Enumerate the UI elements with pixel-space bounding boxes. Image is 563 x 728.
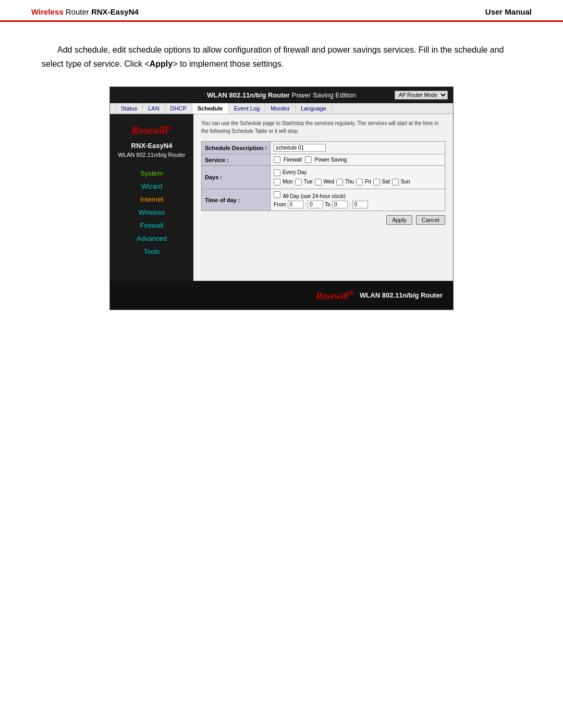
nav-dhcp[interactable]: DHCP: [165, 103, 192, 114]
router-content: Rosewill® RNX-EasyN4 WLAN 802.11n/b/g Ro…: [110, 114, 453, 281]
mon-checkbox[interactable]: [274, 179, 280, 186]
nav-eventlog[interactable]: Event Log: [229, 103, 266, 114]
sun-checkbox[interactable]: [392, 179, 399, 186]
rosewill-logo: Rosewill®: [113, 125, 191, 137]
sidebar-model-sub: WLAN 802.11n/b/g Router: [110, 151, 193, 159]
form-row-desc: Schedule Description :: [202, 142, 445, 154]
cancel-button[interactable]: Cancel: [416, 215, 445, 225]
sat-checkbox[interactable]: [373, 179, 380, 186]
apply-emphasis: Apply: [150, 59, 173, 68]
doc-header: Wireless Router RNX-EasyN4 User Manual: [0, 0, 563, 22]
router-topbar: WLAN 802.11n/b/g Router Power Saving Edi…: [110, 87, 453, 103]
doc-body: Add schedule, edit schedule options to a…: [0, 22, 563, 331]
nav-schedule[interactable]: Schedule: [192, 103, 229, 114]
sidebar-item-wireless[interactable]: Wireless: [110, 206, 193, 219]
router-topbar-title: WLAN 802.11n/b/g Router Power Saving Edi…: [207, 91, 356, 99]
sidebar-item-internet[interactable]: Internet: [110, 193, 193, 206]
sidebar-item-wizard[interactable]: Wizard: [110, 180, 193, 193]
mon-label: Mon: [283, 177, 292, 187]
service-value-cell: Firewall Power Saving: [271, 154, 445, 166]
router-screenshot: WLAN 802.11n/b/g Router Power Saving Edi…: [109, 87, 454, 310]
router-sidebar: Rosewill® RNX-EasyN4 WLAN 802.11n/b/g Ro…: [110, 114, 193, 281]
logo-text: Rosewill: [131, 125, 168, 136]
footer-model: WLAN 802.11n/b/g Router: [360, 291, 443, 299]
thu-checkbox[interactable]: [336, 179, 343, 186]
header-wireless: Wireless: [31, 7, 64, 16]
weekdays-row: Mon Tue Wed Thu Fri: [274, 177, 442, 187]
mode-select[interactable]: AP Router Mode: [395, 91, 448, 100]
sat-label: Sat: [382, 177, 390, 187]
tue-checkbox[interactable]: [295, 179, 302, 186]
footer-logo-reg: ®: [349, 289, 354, 297]
fri-checkbox[interactable]: [356, 179, 363, 186]
form-row-time: Time of day : All Day (use 24-hour clock…: [202, 189, 445, 211]
firewall-label: Firewall: [284, 157, 301, 163]
sidebar-model-name: RNX-EasyN4: [110, 141, 193, 151]
to-label: To: [325, 202, 331, 207]
nav-status[interactable]: Status: [115, 103, 143, 114]
router-footer: Rosewill® WLAN 802.11n/b/g Router: [110, 281, 453, 310]
doc-header-left: Wireless Router RNX-EasyN4: [31, 7, 139, 16]
router-main-desc: You can use the Schedule page to Start/s…: [201, 119, 445, 135]
nav-lan[interactable]: LAN: [143, 103, 165, 114]
sidebar-item-advanced[interactable]: Advanced: [110, 232, 193, 245]
sidebar-item-tools[interactable]: Tools: [110, 245, 193, 258]
sidebar-item-system[interactable]: System: [110, 167, 193, 180]
service-options: Firewall Power Saving: [274, 156, 442, 163]
footer-logo: Rosewill®: [316, 289, 354, 302]
wed-checkbox[interactable]: [315, 179, 322, 186]
btn-row: Apply Cancel: [201, 211, 445, 227]
days-value-cell: Every Day Mon Tue Wed: [271, 166, 445, 189]
schedule-form: Schedule Description : Service : Firewal…: [201, 141, 445, 211]
from-colon: :: [305, 202, 307, 207]
topbar-power: Power Saving Edition: [290, 91, 356, 99]
schedule-desc-input[interactable]: [274, 144, 326, 152]
from-hour-input[interactable]: [288, 201, 303, 208]
from-min-input[interactable]: [308, 201, 323, 208]
every-day-checkbox[interactable]: [274, 169, 280, 176]
form-row-service: Service : Firewall Power Saving: [202, 154, 445, 166]
every-day-label: Every Day: [283, 168, 307, 177]
schedule-desc-value-cell: [271, 142, 445, 154]
all-day-label: All Day (use 24-hour clock): [283, 193, 345, 199]
logo-reg: ®: [168, 126, 172, 131]
sun-label: Sun: [401, 177, 410, 187]
every-day-row: Every Day: [274, 168, 442, 177]
sidebar-logo: Rosewill®: [110, 119, 193, 139]
all-day-checkbox[interactable]: [274, 191, 280, 198]
service-label: Service :: [202, 154, 271, 166]
router-main: You can use the Schedule page to Start/s…: [193, 114, 453, 281]
power-saving-label: Power Saving: [315, 157, 347, 163]
power-saving-checkbox[interactable]: [305, 156, 312, 163]
from-label: From: [274, 202, 286, 207]
form-row-days: Days : Every Day Mon: [202, 166, 445, 189]
firewall-checkbox[interactable]: [274, 156, 280, 163]
doc-header-right: User Manual: [485, 7, 532, 16]
to-colon: :: [349, 202, 351, 207]
thu-label: Thu: [345, 177, 354, 187]
fri-label: Fri: [365, 177, 371, 187]
topbar-wlan: WLAN 802.11n/b/g Router: [207, 91, 290, 99]
to-hour-input[interactable]: [332, 201, 348, 208]
sidebar-model: RNX-EasyN4 WLAN 802.11n/b/g Router: [110, 141, 193, 159]
intro-paragraph: Add schedule, edit schedule options to a…: [42, 43, 521, 71]
time-value-cell: All Day (use 24-hour clock) From : To :: [271, 189, 445, 211]
apply-button[interactable]: Apply: [386, 215, 412, 225]
header-model: RNX-EasyN4: [91, 7, 139, 16]
nav-language[interactable]: Language: [296, 103, 332, 114]
time-range-row: From : To :: [274, 201, 442, 208]
nav-monitor[interactable]: Monitor: [265, 103, 296, 114]
header-router: Router: [64, 7, 91, 16]
sidebar-item-firewall[interactable]: Firewall: [110, 219, 193, 232]
days-label: Days :: [202, 166, 271, 189]
all-day-row: All Day (use 24-hour clock): [274, 191, 442, 199]
schedule-desc-label: Schedule Description :: [202, 142, 271, 154]
tue-label: Tue: [304, 177, 313, 187]
router-navbar: Status LAN DHCP Schedule Event Log Monit…: [110, 103, 453, 114]
wed-label: Wed: [324, 177, 334, 187]
to-min-input[interactable]: [352, 201, 368, 208]
time-label: Time of day :: [202, 189, 271, 211]
days-section: Every Day Mon Tue Wed: [274, 168, 442, 187]
sidebar-nav: System Wizard Internet Wireless Firewall…: [110, 167, 193, 258]
footer-logo-text: Rosewill: [316, 291, 349, 301]
